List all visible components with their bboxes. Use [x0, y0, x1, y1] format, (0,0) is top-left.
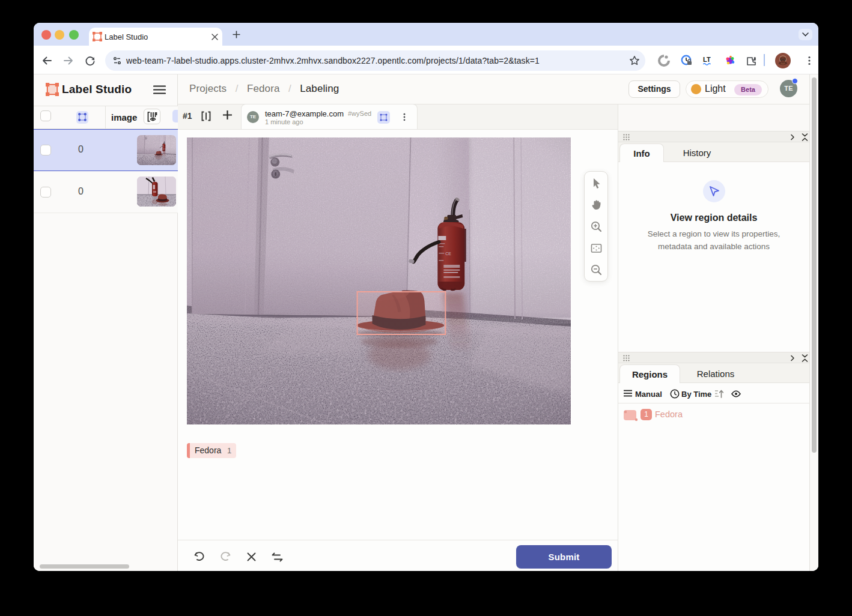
svg-text:LT: LT	[703, 56, 711, 63]
